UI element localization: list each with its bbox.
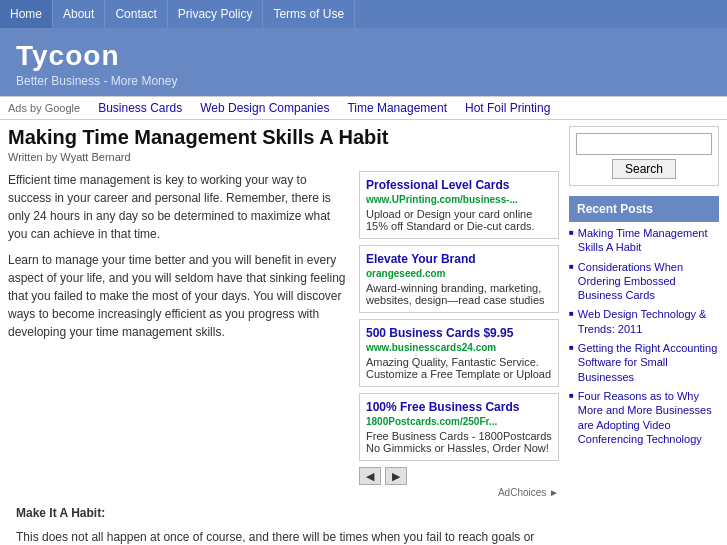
site-tagline: Better Business - More Money [16,74,711,88]
nav-item-about[interactable]: About [53,0,105,28]
search-input[interactable] [576,133,712,155]
ad-title-1[interactable]: Elevate Your Brand orangeseed.com [366,252,552,280]
search-button[interactable]: Search [612,159,676,179]
search-box: Search [569,126,719,186]
ads-row-link-1[interactable]: Web Design Companies [200,101,329,115]
ad-desc-2: Amazing Quality, Fantastic Service. Cust… [366,356,552,380]
recent-posts-heading: Recent Posts [569,196,719,222]
article-para-3: This does not all happen at once of cour… [16,528,551,545]
content-wrapper: Making Time Management Skills A Habit Wr… [0,120,727,545]
ad-desc-1: Award-winning branding, marketing, websi… [366,282,552,306]
ad-block-3: 100% Free Business Cards 1800Postcards.c… [359,393,559,461]
recent-post-4: Four Reasons as to Why More and More Bus… [569,389,719,446]
sidebar: Search Recent Posts Making Time Manageme… [569,126,719,545]
recent-posts-list: Making Time Management Skills A Habit Co… [569,226,719,446]
article-body: Efficient time management is key to work… [8,171,559,498]
article-para-2: Make It A Habit: [16,504,551,522]
ad-url-3: 1800Postcards.com/250Fr... [366,416,497,427]
ads-by-google-label: Ads by Google [8,102,80,114]
recent-post-3: Getting the Right Accounting Software fo… [569,341,719,384]
ad-prev-button[interactable]: ◀ [359,467,381,485]
main-content: Making Time Management Skills A Habit Wr… [8,126,559,545]
ad-block-0: Professional Level Cards www.UPrinting.c… [359,171,559,239]
ad-desc-3: Free Business Cards - 1800Postcards No G… [366,430,552,454]
site-header: Tycoon Better Business - More Money [0,28,727,96]
recent-post-1: Considerations When Ordering Embossed Bu… [569,260,719,303]
nav-item-contact[interactable]: Contact [105,0,167,28]
article-para-0: Efficient time management is key to work… [8,171,349,243]
ad-next-button[interactable]: ▶ [385,467,407,485]
ads-row: Ads by Google Business Cards Web Design … [0,96,727,120]
recent-post-2: Web Design Technology & Trends: 2011 [569,307,719,336]
nav-item-privacy[interactable]: Privacy Policy [168,0,264,28]
ad-column: Professional Level Cards www.UPrinting.c… [359,171,559,498]
ad-desc-0: Upload or Design your card online 15% of… [366,208,552,232]
article-para-1: Learn to manage your time better and you… [8,251,349,341]
site-title: Tycoon [16,40,711,72]
recent-post-0: Making Time Management Skills A Habit [569,226,719,255]
nav-item-home[interactable]: Home [0,0,53,28]
ads-row-link-0[interactable]: Business Cards [98,101,182,115]
ad-url-1: orangeseed.com [366,268,445,279]
ads-row-link-3[interactable]: Hot Foil Printing [465,101,550,115]
ad-title-2[interactable]: 500 Business Cards $9.95 www.businesscar… [366,326,552,354]
ad-block-2: 500 Business Cards $9.95 www.businesscar… [359,319,559,387]
article-text: Efficient time management is key to work… [8,171,349,498]
article-continuation: Make It A Habit: This does not all happe… [8,498,559,545]
ad-url-0: www.UPrinting.com/business-... [366,194,518,205]
navigation-bar: Home About Contact Privacy Policy Terms … [0,0,727,28]
ad-url-2: www.businesscards24.com [366,342,496,353]
article-author: Written by Wyatt Bernard [8,151,559,163]
ad-choices-label: AdChoices ► [359,487,559,498]
article-title: Making Time Management Skills A Habit [8,126,559,149]
ad-title-3[interactable]: 100% Free Business Cards 1800Postcards.c… [366,400,552,428]
ad-title-0[interactable]: Professional Level Cards www.UPrinting.c… [366,178,552,206]
ad-navigation: ◀ ▶ [359,467,559,485]
nav-item-terms[interactable]: Terms of Use [263,0,355,28]
ad-block-1: Elevate Your Brand orangeseed.com Award-… [359,245,559,313]
ads-row-link-2[interactable]: Time Management [347,101,447,115]
